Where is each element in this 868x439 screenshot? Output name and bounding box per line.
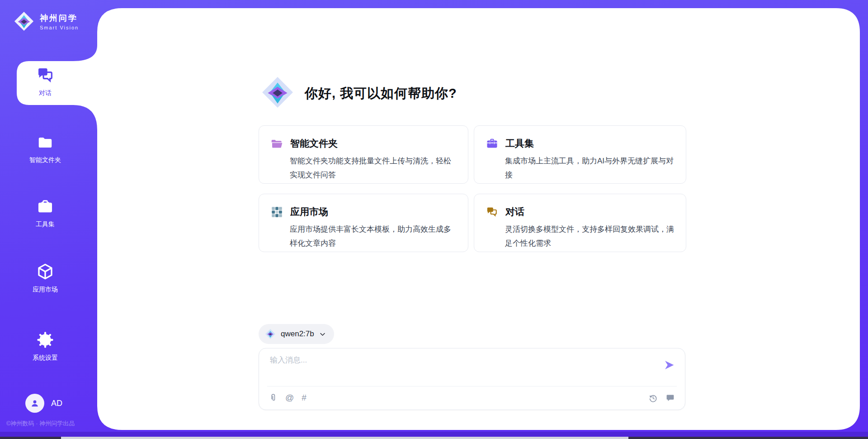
feature-cards: 智能文件夹 智能文件夹功能支持批量文件上传与清洗，轻松实现文件问答 工具集 集成…	[259, 125, 686, 252]
copyright-text: ©神州数码 · 神州问学出品	[6, 420, 97, 428]
chevron-down-icon	[319, 331, 326, 338]
sidebar-item-settings[interactable]: 系统设置	[17, 331, 74, 362]
card-chat[interactable]: 对话 灵活切换多模型文件，支持多样回复效果调试，满足个性化需求	[474, 194, 686, 252]
history-icon[interactable]	[648, 393, 658, 403]
sidebar-item-label: 应用市场	[33, 286, 58, 294]
card-description: 应用市场提供丰富长文本模板，助力高效生成多样化文章内容	[290, 222, 457, 250]
app-subtitle: Smart Vision	[40, 25, 79, 30]
model-name: qwen2:7b	[281, 329, 314, 339]
model-selector[interactable]: qwen2:7b	[259, 324, 334, 344]
app-window: 神州问学 Smart Vision 对话 智能文件夹 工具集	[0, 0, 868, 439]
window-edge-band	[0, 432, 868, 437]
card-title: 智能文件夹	[290, 137, 338, 150]
diamond-logo-icon	[14, 11, 34, 32]
comment-icon[interactable]	[665, 393, 675, 403]
gear-icon	[36, 331, 54, 349]
at-icon[interactable]: @	[285, 393, 294, 403]
sidebar-item-chat[interactable]: 对话	[17, 66, 74, 97]
composer-attach-tools: @ #	[269, 393, 307, 403]
app-name: 神州问学	[40, 13, 79, 24]
window-edge-gray	[61, 437, 628, 439]
sidebar-item-label: 对话	[39, 89, 52, 97]
paperclip-icon[interactable]	[269, 393, 278, 403]
app-logo: 神州问学 Smart Vision	[14, 11, 79, 32]
message-composer: @ #	[259, 348, 685, 410]
hash-icon[interactable]: #	[302, 393, 307, 403]
card-description: 智能文件夹功能支持批量文件上传与清洗，轻松实现文件问答	[290, 154, 457, 182]
composer-right-tools	[648, 393, 675, 403]
greeting-title: 你好, 我可以如何帮助你?	[305, 85, 457, 103]
sidebar-item-folders[interactable]: 智能文件夹	[17, 134, 74, 164]
briefcase-icon	[486, 138, 498, 150]
sidebar-item-label: 系统设置	[33, 354, 58, 362]
card-smart-folders[interactable]: 智能文件夹 智能文件夹功能支持批量文件上传与清洗，轻松实现文件问答	[259, 125, 468, 184]
composer-divider	[267, 386, 677, 387]
person-icon	[29, 398, 40, 409]
diamond-logo-icon	[265, 329, 276, 339]
greeting-logo-icon	[261, 76, 294, 109]
sidebar-item-tools[interactable]: 工具集	[17, 198, 74, 229]
user-account[interactable]: AD	[25, 394, 62, 413]
user-initials: AD	[51, 399, 62, 408]
card-title: 对话	[505, 205, 524, 218]
sidebar-item-market[interactable]: 应用市场	[17, 262, 74, 294]
send-icon	[664, 359, 675, 371]
message-input[interactable]	[270, 355, 654, 381]
card-app-market[interactable]: 应用市场 应用市场提供丰富长文本模板，助力高效生成多样化文章内容	[259, 194, 468, 252]
card-title: 工具集	[505, 137, 534, 150]
sidebar-item-label: 智能文件夹	[29, 156, 61, 164]
card-title: 应用市场	[290, 205, 328, 218]
grid-icon	[271, 206, 283, 218]
avatar	[25, 394, 44, 413]
chat-bubbles-icon	[486, 206, 498, 218]
briefcase-icon	[37, 198, 54, 215]
folder-open-icon	[271, 138, 283, 150]
card-description: 灵活切换多模型文件，支持多样回复效果调试，满足个性化需求	[505, 222, 675, 250]
cube-icon	[36, 262, 54, 281]
send-button[interactable]	[664, 359, 675, 372]
sidebar-item-label: 工具集	[36, 220, 55, 229]
card-toolset[interactable]: 工具集 集成市场上主流工具，助力AI与外界无缝扩展与对接	[474, 125, 686, 184]
chat-bubbles-icon	[36, 66, 54, 84]
card-description: 集成市场上主流工具，助力AI与外界无缝扩展与对接	[505, 154, 675, 182]
folder-icon	[37, 134, 54, 151]
